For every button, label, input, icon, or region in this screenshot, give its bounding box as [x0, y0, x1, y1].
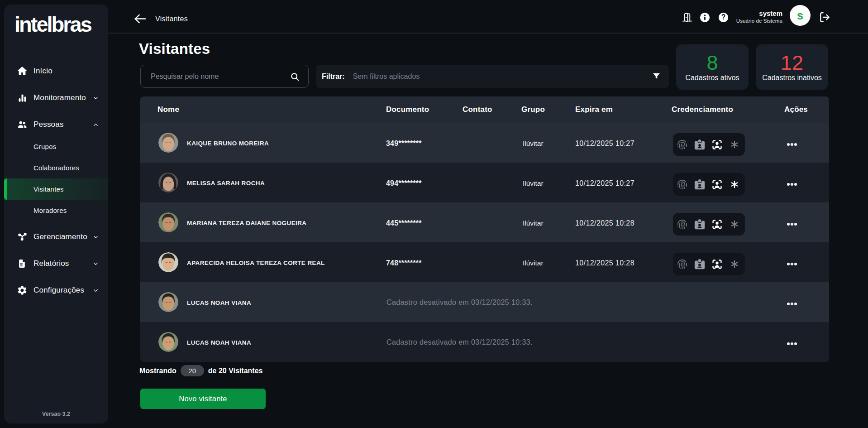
svg-text:?: ? — [721, 13, 726, 21]
